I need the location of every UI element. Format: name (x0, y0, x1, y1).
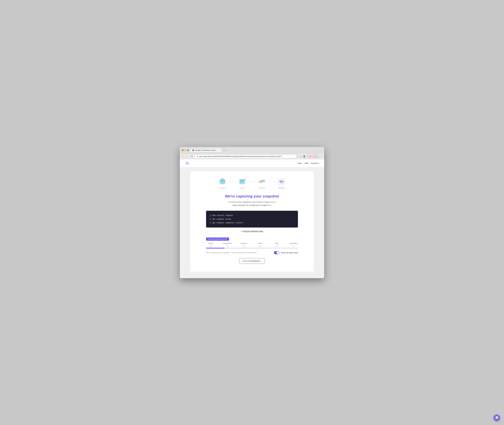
prog-label-schemas: schemas (241, 242, 247, 244)
prog-circle-subset (259, 245, 261, 247)
prog-label-subset: subset (258, 242, 262, 244)
code-block: $ npm install snaplet $ npx snaplet setu… (206, 211, 298, 227)
toggle-knob (276, 251, 279, 254)
step-restore-label: Restore (278, 187, 285, 189)
tab-favicon (192, 149, 194, 151)
traffic-lights (182, 149, 189, 151)
chat-icon: 💬 (495, 416, 499, 419)
new-tab-button[interactable]: + (222, 149, 226, 152)
arrow-transform-restore (266, 180, 277, 183)
step-transform-icon (257, 178, 266, 186)
svg-marker-14 (245, 179, 246, 179)
progress-badge: Launching snapshot worker (206, 238, 298, 242)
finish-update-button[interactable]: Finish update (306, 155, 319, 158)
email-toggle-label: Email me when done (281, 252, 298, 254)
subtitle-line2: target database by installing the Snaple… (232, 204, 272, 206)
step-restore: Restore (277, 178, 286, 189)
prog-label-booting: booting (208, 242, 213, 244)
quickstart-text: or read the quickstart guide (195, 230, 309, 232)
prog-node-uploading: uploading (289, 242, 298, 247)
address-icons: ☆ ⬚ 👤 Finish update ⋯ (297, 155, 322, 158)
prog-circle-uploading (292, 245, 294, 247)
main-background: Connect (180, 167, 324, 278)
progress-bar-fill (206, 248, 224, 248)
profile-icon[interactable]: 👤 (303, 155, 305, 158)
email-toggle[interactable]: Email me when done (274, 251, 298, 254)
arrow-connect-subset (227, 180, 238, 183)
url-bar[interactable]: 🔒 app.snaplet.dev/o/clopj420o05nkly5w9l9… (195, 155, 296, 158)
step-transform: Transform (257, 178, 266, 189)
back-button[interactable]: ← (182, 155, 185, 158)
minimize-button[interactable] (185, 149, 186, 151)
prog-label-data: data (275, 242, 278, 244)
active-tab[interactable]: Snaplet | Onboarding: Captur… ✕ (190, 149, 221, 152)
browser-window: Snaplet | Onboarding: Captur… ✕ + ⌄ ← → … (180, 147, 324, 278)
page-subtitle: To access your snapshots, you'll need to… (195, 200, 309, 207)
prog-circle-data (276, 245, 278, 247)
step-subset-icon (238, 178, 247, 186)
svg-marker-15 (255, 181, 255, 182)
code-cmd-1: npm install snaplet (212, 214, 233, 217)
quickstart-link[interactable]: read the quickstart guide (243, 230, 263, 232)
progress-section: Launching snapshot worker booting intros… (206, 238, 298, 254)
prog-node-subset: subset (256, 242, 265, 247)
svg-point-13 (239, 179, 245, 181)
account-menu[interactable]: Account ▾ (311, 162, 319, 164)
prog-label-introspection: introspection (223, 242, 232, 244)
reload-button[interactable]: ↻ (191, 155, 193, 158)
account-chevron-icon: ▾ (318, 162, 319, 164)
step-connect-icon (218, 178, 227, 186)
snaplet-logo[interactable] (185, 161, 190, 166)
code-line-3: $ npx snaplet snapshot restore (210, 221, 294, 225)
tab-title: Snaplet | Onboarding: Captur… (195, 149, 217, 151)
close-button[interactable] (182, 149, 184, 151)
step-subset-label: Subset (240, 187, 245, 189)
address-bar: ← → ↻ 🔒 app.snaplet.dev/o/clopj420o05nkl… (180, 154, 324, 159)
step-connect: Connect (218, 178, 227, 189)
tab-close-icon[interactable]: ✕ (218, 149, 219, 151)
step-transform-label: Transform (258, 187, 266, 189)
svg-marker-8 (235, 181, 236, 182)
content-card: Connect (190, 171, 314, 272)
prog-node-booting: booting (206, 242, 215, 247)
header-nav: Docs Help Account ▾ (298, 162, 319, 164)
svg-marker-22 (274, 181, 275, 182)
arrow-subset-transform (247, 180, 257, 183)
toggle-switch[interactable] (274, 251, 279, 254)
progress-badge-text: Launching snapshot worker (206, 238, 229, 241)
chat-button[interactable]: 💬 (493, 414, 500, 421)
progress-status-text: We're capturing your snapshot... This no… (206, 252, 257, 254)
code-line-2: $ npx snaplet setup (210, 217, 294, 221)
prog-circle-schemas (243, 245, 245, 247)
extension-icon[interactable]: ⬚ (300, 155, 302, 158)
wizard-steps: Connect (195, 178, 309, 189)
prog-node-introspection: introspection (223, 242, 232, 247)
forward-button[interactable]: → (186, 155, 189, 158)
tab-chevron-icon[interactable]: ⌄ (321, 149, 322, 151)
title-bar: Snaplet | Onboarding: Captur… ✕ + ⌄ (180, 147, 324, 154)
code-cmd-2: npx snaplet setup (212, 217, 231, 221)
help-link[interactable]: Help (304, 162, 308, 164)
bookmark-icon[interactable]: ☆ (297, 155, 299, 158)
docs-link[interactable]: Docs (298, 162, 302, 164)
step-subset: Subset (238, 178, 247, 189)
tab-bar: Snaplet | Onboarding: Captur… ✕ + ⌄ (190, 149, 322, 152)
more-options-icon[interactable]: ⋯ (320, 155, 322, 158)
step-connect-label: Connect (219, 187, 226, 189)
maximize-button[interactable] (187, 149, 189, 151)
prog-circle-introspection (226, 245, 228, 247)
code-dollar-1: $ (210, 214, 211, 217)
svg-point-28 (281, 181, 281, 182)
code-dollar-3: $ (210, 221, 211, 225)
svg-rect-23 (279, 179, 284, 185)
prog-label-uploading: uploading (290, 242, 297, 244)
page-title: We're capturing your snapshot (195, 194, 309, 198)
url-text: app.snaplet.dev/o/clopj420o05nkly5w9l90l… (199, 155, 295, 157)
dashboard-button[interactable]: Go to my dashboard > (239, 258, 265, 264)
svg-point-29 (282, 181, 283, 182)
quickstart-prefix: or (241, 230, 243, 232)
app-header: Docs Help Account ▾ (180, 159, 324, 167)
lock-icon: 🔒 (196, 155, 198, 157)
prog-circle-booting (210, 245, 212, 247)
code-dollar-2: $ (210, 217, 211, 221)
